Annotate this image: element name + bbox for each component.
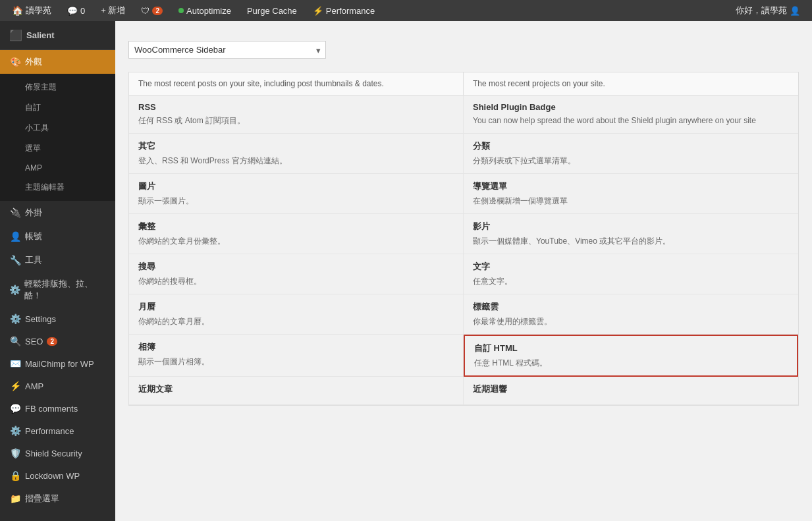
widget-cell-right-3[interactable]: 影片顯示一個媒體庫、YouTube、Vimeo 或其它平台的影片。: [464, 214, 798, 254]
sidebar-item-appearance[interactable]: 🎨 外觀: [0, 50, 115, 74]
sidebar-item-mailchimp[interactable]: ✉️ MailChimp for WP: [0, 352, 115, 375]
fbcomments-icon: 💬: [9, 403, 21, 414]
widget-intro-left: The most recent posts on your site, incl…: [129, 72, 464, 95]
amp-label: AMP: [25, 163, 42, 173]
sidebar-item-plugins[interactable]: 🔌 外掛: [0, 201, 115, 225]
widget-title-right-1: 分類: [473, 140, 789, 152]
sidebar-item-widgets[interactable]: 小工具: [0, 118, 115, 138]
adminbar-new[interactable]: + 新增: [94, 0, 132, 21]
plugins-label: 外掛: [25, 207, 42, 219]
widget-cell-right-0[interactable]: Shield Plugin BadgeYou can now help spre…: [464, 96, 798, 134]
widget-desc-left-6: 顯示一個圖片相簿。: [138, 356, 454, 368]
widget-cell-left-7[interactable]: 近期文章: [129, 377, 464, 405]
adminbar-greeting[interactable]: 你好，讀學苑 👤: [729, 0, 807, 21]
sidebar-selector-wrap: WooCommerce Sidebar: [128, 34, 761, 72]
widget-desc-right-3: 顯示一個媒體庫、YouTube、Vimeo 或其它平台的影片。: [473, 235, 789, 247]
lockdown-label: Lockdown WP: [25, 471, 80, 481]
sidebar-item-dragdrop[interactable]: ⚙️ 輕鬆排版拖、拉、酷！: [0, 272, 115, 308]
adminbar-comments[interactable]: 💬 0: [61, 0, 92, 21]
sidebar-item-themes[interactable]: 佈景主題: [0, 77, 115, 97]
widget-title-right-3: 影片: [473, 221, 789, 233]
widget-desc-right-4: 任意文字。: [473, 275, 789, 287]
widget-desc-right-5: 你最常使用的標籤雲。: [473, 315, 789, 327]
lockdown-icon: 🔒: [9, 470, 21, 481]
widget-title-left-0: RSS: [138, 102, 454, 112]
tools-icon: 🔧: [9, 255, 21, 265]
widget-desc-left-1: 登入、RSS 和 WordPress 官方網站連結。: [138, 155, 454, 167]
widget-title-right-2: 導覽選單: [473, 180, 789, 192]
sidebar-item-amp[interactable]: AMP: [0, 159, 115, 177]
widget-intro-right: The most recent projects on your site.: [464, 72, 798, 95]
sidebar-item-foldermenu[interactable]: 📁 摺疊選單: [0, 487, 115, 510]
widget-cell-left-1[interactable]: 其它登入、RSS 和 WordPress 官方網站連結。: [129, 134, 464, 174]
sidebar-sub-appearance: 佈景主題 自訂 小工具 選單 AMP 主題編輯器: [0, 74, 115, 201]
avatar-icon: 👤: [790, 6, 800, 16]
mailchimp-label: MailChimp for WP: [25, 359, 94, 369]
seo-icon: 🔍: [9, 336, 21, 346]
widget-title-left-5: 月曆: [138, 301, 454, 313]
customize-label: 自訂: [25, 103, 41, 112]
intro-text-left: The most recent posts on your site, incl…: [138, 78, 454, 90]
widget-desc-left-2: 顯示一張圖片。: [138, 195, 454, 207]
widget-title-left-7: 近期文章: [138, 383, 454, 395]
themes-label: 佈景主題: [25, 82, 57, 92]
comments-count: 0: [80, 6, 85, 16]
widget-cell-left-6[interactable]: 相簿顯示一個圖片相簿。: [129, 335, 464, 377]
widget-intro-row: The most recent posts on your site, incl…: [128, 72, 799, 95]
widget-cell-left-0[interactable]: RSS任何 RSS 或 Atom 訂閱項目。: [129, 96, 464, 134]
sidebar-item-performance[interactable]: ⚙️ Performance: [0, 420, 115, 442]
amp2-icon: ⚡: [9, 381, 21, 391]
sidebar-item-shield[interactable]: 🛡️ Shield Security: [0, 442, 115, 464]
sidebar-select[interactable]: WooCommerce Sidebar: [128, 41, 326, 59]
widget-cell-right-4[interactable]: 文字任意文字。: [464, 254, 798, 294]
widget-title-right-4: 文字: [473, 261, 789, 273]
widget-desc-left-0: 任何 RSS 或 Atom 訂閱項目。: [138, 115, 454, 126]
autoptimize-label: Autoptimize: [186, 6, 231, 16]
widget-cell-right-1[interactable]: 分類分類列表或下拉式選單清單。: [464, 134, 798, 174]
sidebar-item-users[interactable]: 👤 帳號: [0, 225, 115, 248]
widget-title-left-4: 搜尋: [138, 261, 454, 273]
new-label: + 新增: [101, 5, 125, 16]
sidebar-item-settings[interactable]: ⚙️ Settings: [0, 308, 115, 330]
widget-title-right-6: 自訂 HTML: [474, 343, 788, 354]
sidebar-item-menus[interactable]: 選單: [0, 138, 115, 159]
seo-label: SEO: [25, 337, 43, 346]
sidebar-item-customize[interactable]: 自訂: [0, 97, 115, 118]
sidebar-item-seo[interactable]: 🔍 SEO 2: [0, 330, 115, 352]
shield-label: Shield Security: [25, 449, 82, 458]
widget-cell-right-6[interactable]: 自訂 HTML任意 HTML 程式碼。: [464, 335, 798, 377]
widget-desc-right-1: 分類列表或下拉式選單清單。: [473, 155, 789, 167]
foldermenu-label: 摺疊選單: [25, 493, 59, 505]
widgets-label: 小工具: [25, 123, 49, 132]
adminbar-performance[interactable]: ⚡ Performance: [306, 0, 381, 21]
widget-desc-right-0: You can now help spread the word about t…: [473, 115, 789, 126]
adminbar-autoptimize[interactable]: Autoptimize: [172, 0, 238, 21]
widget-cell-right-7[interactable]: 近期迴響: [464, 377, 798, 405]
widget-cell-left-5[interactable]: 月曆你網站的文章月曆。: [129, 294, 464, 335]
sidebar-item-fbcomments[interactable]: 💬 FB comments: [0, 397, 115, 420]
editor-label: 主題編輯器: [25, 182, 65, 192]
sidebar-item-editor[interactable]: 主題編輯器: [0, 177, 115, 198]
widget-title-right-0: Shield Plugin Badge: [473, 102, 789, 112]
sidebar: ⬛ Salient 🎨 外觀 佈景主題 自訂 小工具 選單 AMP 主: [0, 21, 115, 521]
performance-side-icon: ⚙️: [9, 425, 21, 436]
widget-cell-left-3[interactable]: 彙整你網站的文章月份彙整。: [129, 214, 464, 254]
purge-cache-label: Purge Cache: [247, 6, 297, 16]
adminbar-wordfence[interactable]: 🛡 2: [134, 0, 169, 21]
widget-cell-left-2[interactable]: 圖片顯示一張圖片。: [129, 174, 464, 214]
dragdrop-icon: ⚙️: [9, 285, 20, 295]
sidebar-item-lockdown[interactable]: 🔒 Lockdown WP: [0, 464, 115, 487]
site-name: 讀學苑: [26, 5, 51, 16]
widget-cell-right-2[interactable]: 導覽選單在側邊欄新增一個導覽選單: [464, 174, 798, 214]
widget-cell-right-5[interactable]: 標籤雲你最常使用的標籤雲。: [464, 294, 798, 335]
adminbar-purge-cache[interactable]: Purge Cache: [240, 0, 304, 21]
sidebar-item-amp2[interactable]: ⚡ AMP: [0, 375, 115, 397]
sidebar-item-tools[interactable]: 🔧 工具: [0, 248, 115, 272]
main-wrap: ⬛ Salient 🎨 外觀 佈景主題 自訂 小工具 選單 AMP 主: [0, 21, 812, 521]
adminbar-site[interactable]: 🏠 讀學苑: [5, 0, 58, 21]
widget-cell-left-4[interactable]: 搜尋你網站的搜尋框。: [129, 254, 464, 294]
greeting-text: 你好，讀學苑: [736, 5, 787, 16]
widget-desc-left-5: 你網站的文章月曆。: [138, 315, 454, 327]
appearance-label: 外觀: [25, 56, 42, 68]
shield-icon: 🛡️: [9, 448, 21, 458]
